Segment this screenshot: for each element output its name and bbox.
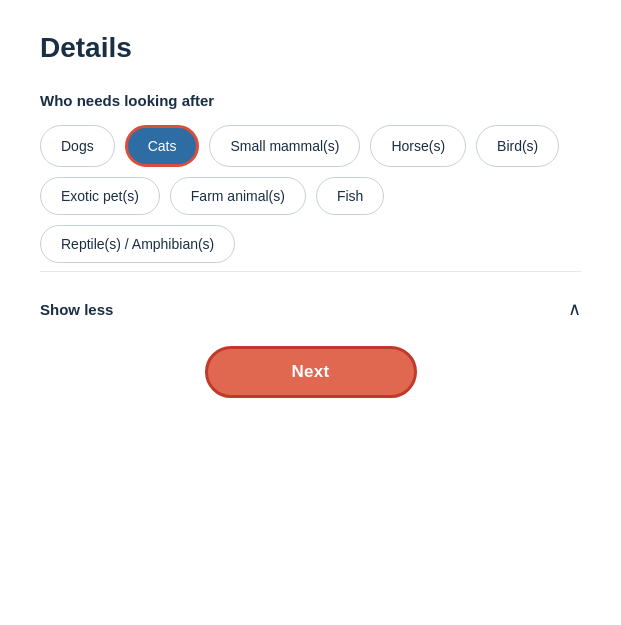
show-less-row[interactable]: Show less ∧ [40,300,581,318]
option-exotic-pets[interactable]: Exotic pet(s) [40,177,160,215]
next-button-wrapper: Next [40,346,581,398]
option-birds[interactable]: Bird(s) [476,125,559,167]
show-less-label: Show less [40,301,113,318]
chevron-up-icon: ∧ [568,300,581,318]
option-fish[interactable]: Fish [316,177,384,215]
option-reptiles[interactable]: Reptile(s) / Amphibian(s) [40,225,235,263]
option-farm-animals[interactable]: Farm animal(s) [170,177,306,215]
page-container: Details Who needs looking after Dogs Cat… [0,0,621,625]
section-label: Who needs looking after [40,92,581,109]
option-horses[interactable]: Horse(s) [370,125,466,167]
options-grid: Dogs Cats Small mammal(s) Horse(s) Bird(… [40,125,581,263]
option-dogs[interactable]: Dogs [40,125,115,167]
page-title: Details [40,32,581,64]
option-cats[interactable]: Cats [125,125,200,167]
next-button[interactable]: Next [205,346,417,398]
option-small-mammals[interactable]: Small mammal(s) [209,125,360,167]
divider [40,271,581,272]
